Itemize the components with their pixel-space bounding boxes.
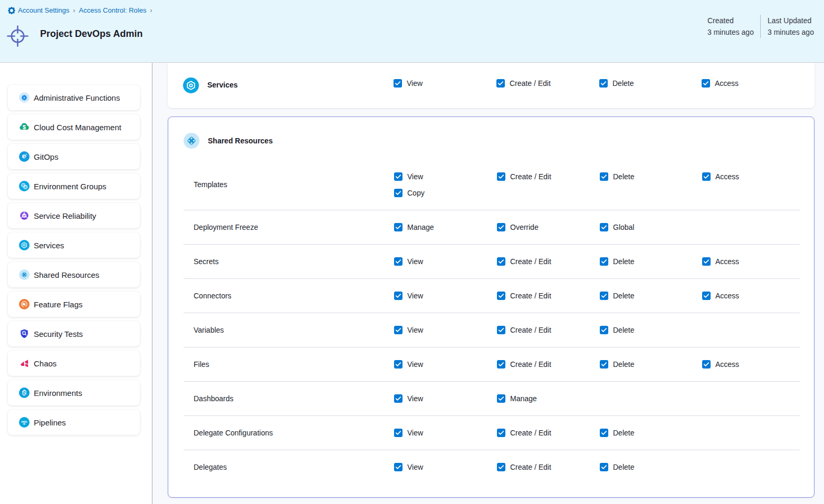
svg-text:$: $: [23, 124, 26, 130]
